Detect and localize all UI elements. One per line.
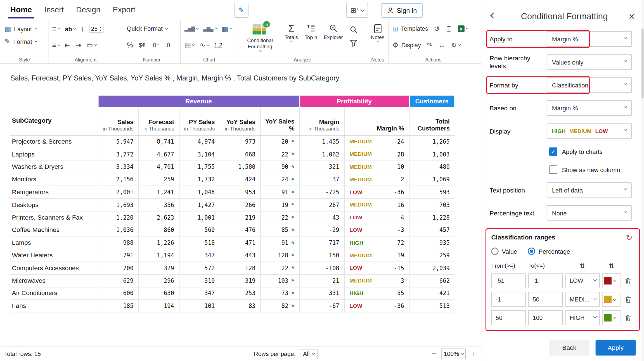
- subcategory-cell[interactable]: Washers & Dryers: [10, 161, 98, 173]
- table-row[interactable]: Washers & Dryers3,3344,7011,7551,58090⚑3…: [10, 161, 455, 173]
- column-header-yoy-sales[interactable]: YoY Sales %: [261, 107, 300, 135]
- column-header-sales[interactable]: Salesin Thousands: [98, 107, 138, 135]
- totals-button[interactable]: Σ Totals: [285, 24, 298, 42]
- range-label-select[interactable]: LOW: [565, 274, 600, 288]
- chart-series-button[interactable]: ▃▆▄: [203, 26, 217, 32]
- range-color-select[interactable]: [602, 274, 621, 288]
- zoom-in-button[interactable]: +: [471, 350, 475, 358]
- range-color-select[interactable]: [602, 292, 621, 307]
- subcategory-cell[interactable]: Computers Accessories: [10, 262, 98, 274]
- delete-range-button[interactable]: [624, 296, 633, 303]
- scrollbar-thumb[interactable]: [641, 29, 643, 99]
- undo-button[interactable]: ↺: [434, 25, 440, 32]
- subcategory-cell[interactable]: Coffee Machines: [10, 224, 98, 236]
- increase-decimals-button[interactable]: .0⁺: [151, 42, 159, 49]
- checkbox-show-as-new-column[interactable]: Show as new column: [490, 164, 632, 175]
- subcategory-cell[interactable]: Air Conditioners: [10, 287, 98, 300]
- column-header-yoy-sales[interactable]: YoY Salesin Thousands: [220, 107, 260, 135]
- zoom-out-button[interactable]: −: [432, 350, 436, 358]
- panel-scrollbar[interactable]: [641, 0, 644, 361]
- table-row[interactable]: Monitors2,1562591,73242424⚑37MEDIUM21,06…: [10, 174, 455, 186]
- column-header-py-sales[interactable]: PY Salesin Thousands: [179, 107, 220, 135]
- column-header-margin[interactable]: Margin %: [344, 107, 409, 135]
- table-row[interactable]: Computers Accessories70032957212822⚑-108…: [10, 262, 455, 274]
- range-to-input[interactable]: -1: [528, 274, 563, 288]
- radio-percentage[interactable]: Percentage: [528, 248, 570, 255]
- format-button[interactable]: ✎ Format: [4, 38, 44, 45]
- apply-to-dropdown[interactable]: Margin %: [547, 31, 632, 47]
- tab-home[interactable]: Home: [4, 0, 38, 20]
- subcategory-cell[interactable]: Printers, Scanners & Fax: [10, 211, 98, 224]
- column-header-margin[interactable]: Marginin Thousands: [299, 107, 344, 135]
- subcategory-cell[interactable]: Lamps: [10, 237, 98, 249]
- conditional-formatting-button[interactable]: 6 Conditional Formatting: [242, 24, 278, 51]
- table-row[interactable]: Fans1851941018382⚑-67LOW-36513: [10, 300, 455, 312]
- chart-type-button[interactable]: ▂▅▇: [184, 26, 198, 32]
- table-row[interactable]: Air Conditioners60063034725373⚑331HIGH55…: [10, 287, 455, 300]
- subcategory-cell[interactable]: Monitors: [10, 174, 98, 186]
- table-row[interactable]: Coffee Machines1,03686056047685⚑-29LOW-3…: [10, 224, 455, 237]
- checked-checkbox-icon[interactable]: ✓: [549, 148, 557, 156]
- row-height-button[interactable]: ↕: [81, 25, 84, 32]
- display-button[interactable]: ⚙ Display: [392, 42, 421, 49]
- column-header-total-customers[interactable]: Total Customers: [409, 107, 455, 135]
- explorer-button[interactable]: Explorer: [324, 24, 343, 41]
- table-row[interactable]: Microwaves629296310319103⚑21MEDIUM3662: [10, 275, 455, 287]
- tab-design[interactable]: Design: [70, 0, 106, 20]
- edit-mode-button[interactable]: ✎: [234, 3, 249, 18]
- notes-button[interactable]: Notes: [371, 24, 384, 42]
- range-to-input[interactable]: 100: [528, 310, 563, 325]
- chart-area-button[interactable]: ▤: [184, 42, 195, 49]
- subcategory-cell[interactable]: Fans: [10, 300, 98, 312]
- decrease-decimals-button[interactable]: .0⁻: [165, 42, 173, 49]
- column-group-profitability[interactable]: Profitability: [300, 96, 408, 107]
- zoom-level-select[interactable]: 100%: [441, 349, 466, 359]
- table-row[interactable]: Printers, Scanners & Fax1,2202,6231,0012…: [10, 211, 455, 224]
- unchecked-checkbox-icon[interactable]: [549, 165, 557, 174]
- subcategory-cell[interactable]: Microwaves: [10, 275, 98, 287]
- percentage-text-dropdown[interactable]: None: [547, 205, 632, 221]
- top-n-button[interactable]: Top n: [305, 24, 317, 41]
- chart-grid-button[interactable]: ▦: [222, 25, 232, 32]
- unselected-radio-icon[interactable]: [491, 248, 498, 255]
- table-row[interactable]: Lamps9881,22651847191⚑717HIGH72935: [10, 237, 455, 249]
- table-row[interactable]: Laptops3,7724,6773,10466822⚑1,062MEDIUM2…: [10, 148, 455, 161]
- text-style-button[interactable]: ab: [65, 25, 76, 32]
- back-button[interactable]: Back: [549, 340, 589, 356]
- chart-line-button[interactable]: ∿: [200, 42, 209, 49]
- sign-in-button[interactable]: Sign in: [381, 3, 423, 18]
- templates-button[interactable]: ⊞ Templates: [392, 25, 428, 32]
- subcategory-cell[interactable]: Refrigerators: [10, 186, 98, 198]
- subcategory-cell[interactable]: Water Heaters: [10, 249, 98, 262]
- vertical-align-button[interactable]: ≡: [52, 42, 60, 49]
- percent-format-button[interactable]: %: [127, 42, 133, 49]
- format-by-dropdown[interactable]: Classification: [547, 77, 632, 93]
- subcategory-cell[interactable]: Projectors & Screens: [10, 136, 98, 148]
- indent-decrease-button[interactable]: ⇤: [65, 42, 71, 49]
- column-group-revenue[interactable]: Revenue: [98, 96, 299, 107]
- add-visual-button[interactable]: ⊞+: [346, 3, 368, 18]
- column-group-customers[interactable]: Customers: [410, 96, 454, 107]
- reset-ranges-icon[interactable]: ↻: [626, 233, 634, 241]
- close-icon[interactable]: ✕: [628, 12, 635, 22]
- table-row[interactable]: Desktops1,6933561,42726619⚑267MEDIUM1670…: [10, 199, 455, 211]
- column-header-subcategory[interactable]: SubCategory: [10, 107, 98, 135]
- based-on-dropdown[interactable]: Margin %: [547, 100, 632, 116]
- radio-value[interactable]: Value: [491, 248, 517, 255]
- chart-decimals-button[interactable]: 1.2: [214, 42, 222, 49]
- currency-format-button[interactable]: $€: [139, 42, 146, 49]
- quick-format-button[interactable]: Quick Format: [127, 25, 167, 32]
- column-header-forecast[interactable]: Forecastin Thousands: [138, 107, 179, 135]
- row-height-stepper[interactable]: 25 ▴▾: [89, 25, 103, 33]
- layout-button[interactable]: ▦ Layout: [4, 25, 44, 32]
- row-hierarchy-levels-dropdown[interactable]: Values only: [547, 54, 632, 70]
- borders-button[interactable]: ▭: [86, 42, 97, 49]
- range-color-select[interactable]: [602, 310, 621, 325]
- export-excel-button[interactable]: x: [458, 25, 468, 32]
- text-align-button[interactable]: ≡: [52, 25, 60, 32]
- subcategory-cell[interactable]: Desktops: [10, 199, 98, 211]
- filter-icon[interactable]: [349, 39, 357, 47]
- sort-labels-icon[interactable]: ⇅: [565, 262, 600, 270]
- tab-export[interactable]: Export: [106, 0, 141, 20]
- checkbox-apply-to-charts[interactable]: ✓Apply to charts: [490, 146, 632, 157]
